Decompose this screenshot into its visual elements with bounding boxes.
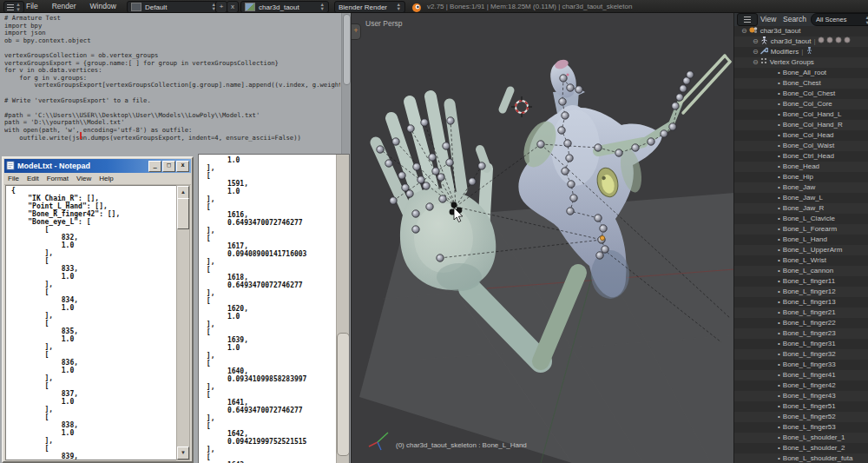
scrollbar-thumb[interactable] [337, 333, 350, 456]
bone-joint[interactable] [600, 225, 607, 232]
maximize-button[interactable]: □ [162, 161, 175, 172]
3d-viewport[interactable]: User Persp + (0) char3d_taout_skeleton :… [351, 12, 734, 463]
bone-joint[interactable] [564, 140, 571, 147]
vertex-group-item[interactable]: • Bone_L_finger11 [734, 276, 868, 287]
scrollbar-thumb[interactable] [177, 198, 189, 229]
scroll-down-button[interactable]: ▼ [177, 446, 189, 460]
bone-joint[interactable] [558, 127, 565, 134]
vertex-group-item[interactable]: • Bone_L_finger23 [734, 328, 868, 339]
notepad-content-panel[interactable]: 1.0 ], [ 1591, 1.0 ], [ 1616, 0.64934700… [198, 154, 350, 463]
vertex-group-item[interactable]: • Bone_Head [734, 162, 868, 172]
outliner-search-menu[interactable]: Search [783, 15, 806, 23]
editor-type-button[interactable] [737, 13, 758, 26]
screen-layout-selector[interactable]: Default ▲▼ [127, 1, 220, 13]
vertex-group-item[interactable]: • Bone_Jaw_L [734, 193, 868, 203]
tree-item-object[interactable]: ⊖ char3d_taout | [734, 36, 868, 47]
bone-joint[interactable] [478, 162, 485, 169]
collapse-toggle-icon[interactable]: ⊖ [753, 47, 759, 57]
close-button[interactable]: x [176, 161, 189, 172]
bone-joint[interactable] [632, 144, 639, 151]
menu-item[interactable]: File [26, 2, 38, 10]
vertex-group-item[interactable]: • Bone_L_finger13 [734, 297, 868, 308]
bone-joint[interactable] [602, 246, 608, 253]
bone-joint[interactable] [418, 176, 424, 183]
bone-joint[interactable] [421, 119, 428, 126]
bone-joint[interactable] [648, 138, 654, 145]
vertex-group-item[interactable]: • Bone_L_Hand [734, 235, 868, 245]
bone-joint[interactable] [661, 130, 667, 137]
bone-joint[interactable] [672, 103, 679, 109]
collapse-toggle-icon[interactable]: ⊖ [753, 57, 759, 68]
scene-selector[interactable]: char3d_taout ▲▼ [240, 1, 329, 13]
armature-modifier-icon[interactable] [806, 47, 813, 57]
bone-joint[interactable] [429, 154, 436, 161]
vertex-group-item[interactable]: • Bone_L_finger21 [734, 308, 868, 318]
vertex-group-item[interactable]: • Bone_L_finger43 [734, 391, 868, 401]
bone-joint[interactable] [615, 149, 622, 156]
vertex-group-item[interactable]: • Bone_Jaw [734, 182, 868, 193]
bone-joint[interactable] [669, 123, 676, 130]
vertex-group-item[interactable]: • Bone_L_Forearm [734, 224, 868, 235]
bone-joint[interactable] [680, 85, 687, 92]
menu-item[interactable]: Format [47, 175, 69, 182]
vertex-group-item[interactable]: • Bone_L_shoulder_2 [734, 443, 868, 453]
viewport-canvas[interactable] [352, 12, 734, 463]
vertex-group-item[interactable]: • Bone_Ctrl_Head [734, 151, 868, 162]
vertex-group-item[interactable]: • Bone_Chest [734, 78, 868, 89]
bone-joint[interactable] [412, 226, 419, 233]
menu-item[interactable]: Window [90, 2, 116, 10]
bone-joint[interactable] [687, 71, 694, 78]
selected-bone-joint[interactable] [451, 202, 457, 208]
panel-scrollbar[interactable] [336, 155, 349, 463]
vertex-group-item[interactable]: • Bone_L_UpperArm [734, 245, 868, 255]
bone-joint[interactable] [560, 75, 567, 82]
tree-item-scene[interactable]: ⊖ char3d_taout [734, 26, 868, 36]
bone-joint[interactable] [413, 163, 420, 170]
bone-joint[interactable] [390, 197, 397, 204]
vertex-group-item[interactable]: • Bone_L_finger42 [734, 380, 868, 391]
bone-joint[interactable] [562, 168, 569, 175]
bone-joint[interactable] [385, 160, 392, 167]
bone-joint[interactable] [426, 203, 433, 210]
vertex-group-item[interactable]: • Bone_L_finger22 [734, 318, 868, 328]
scenes-filter-dropdown[interactable]: All Scenes ▲▼ [811, 13, 868, 26]
notepad-scrollbar[interactable]: ▲ ▼ [176, 185, 190, 460]
menu-item[interactable]: File [8, 175, 19, 182]
vertex-group-item[interactable]: • Bone_L_shoulder_1 [734, 433, 868, 443]
minimize-button[interactable]: _ [148, 161, 161, 172]
vertex-group-item[interactable]: • Bone_Col_Core [734, 99, 868, 109]
bone-joint[interactable] [432, 168, 439, 175]
vertex-group-item[interactable]: • Bone_All_root [734, 68, 868, 78]
vertex-group-item[interactable]: • Bone_L_cannon [734, 266, 868, 276]
vertex-group-item[interactable]: • Bone_L_finger33 [734, 360, 868, 370]
menu-item[interactable]: Edit [27, 175, 39, 182]
bone-joint[interactable] [398, 172, 405, 179]
bone-joint[interactable] [595, 144, 602, 151]
bone-joint[interactable] [392, 138, 399, 145]
bone-joint[interactable] [575, 86, 582, 93]
restrict-icons[interactable] [818, 36, 851, 47]
delete-layout-button[interactable]: x [227, 1, 239, 13]
bone-joint[interactable] [437, 255, 444, 261]
vertex-group-item[interactable]: • Bone_L_finger41 [734, 370, 868, 380]
vertex-group-item[interactable]: • Bone_L_finger51 [734, 401, 868, 412]
vertex-group-item[interactable]: • Bone_Col_Chest [734, 89, 868, 99]
bone-joint[interactable] [406, 190, 413, 197]
bone-joint[interactable] [567, 84, 574, 91]
bone-joint[interactable] [562, 112, 569, 119]
bone-joint[interactable] [559, 98, 566, 105]
tree-item-vertex-groups[interactable]: ⊖ Vertex Groups [734, 57, 868, 68]
bone-joint[interactable] [568, 181, 575, 188]
outliner-view-menu[interactable]: View [760, 15, 776, 23]
bone-joint[interactable] [469, 178, 476, 185]
bone-joint[interactable] [676, 94, 683, 101]
json-text-area[interactable]: 1.0 ], [ 1591, 1.0 ], [ 1616, 0.64934700… [199, 156, 337, 463]
collapse-toggle-icon[interactable]: ⊖ [753, 36, 759, 47]
bone-joint[interactable] [566, 155, 573, 162]
notepad-content[interactable]: { "IK Chain_R": [], "Point_L_Hand": [], … [5, 185, 178, 460]
selected-bone-origin[interactable] [600, 235, 604, 240]
vertex-group-item[interactable]: • Bone_L_Wrist [734, 255, 868, 266]
collapse-toggle-icon[interactable]: ⊖ [741, 26, 747, 36]
vertex-group-item[interactable]: • Bone_Jaw_R [734, 203, 868, 214]
vertex-group-item[interactable]: • Bone_Col_Hand_L [734, 109, 868, 120]
